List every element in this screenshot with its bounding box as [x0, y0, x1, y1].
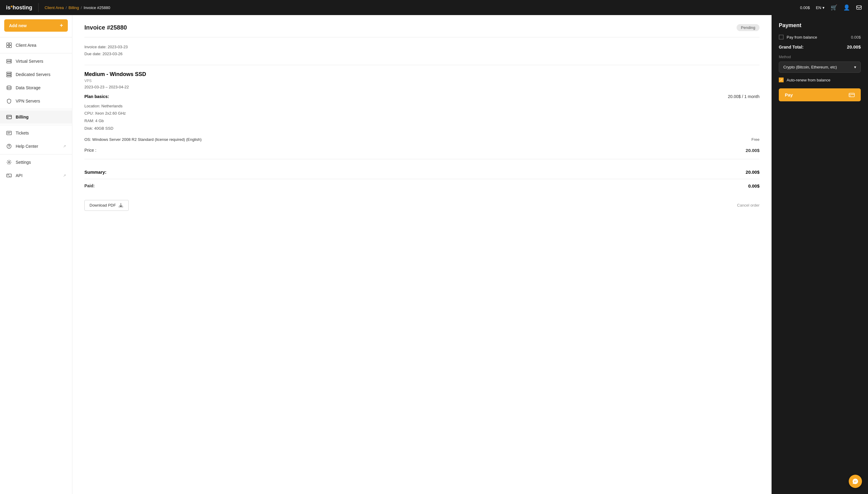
sidebar-item-label: VPN Servers	[16, 99, 40, 103]
user-icon[interactable]: 👤	[843, 4, 850, 11]
breadcrumb-client-area[interactable]: Client Area	[45, 5, 64, 10]
sidebar-item-settings[interactable]: Settings	[0, 156, 72, 169]
summary-row: Summary: 20.00$	[84, 165, 760, 179]
download-pdf-button[interactable]: Download PDF	[84, 200, 129, 211]
cart-icon[interactable]: 🛒	[831, 4, 837, 11]
cancel-order-button[interactable]: Cancel order	[737, 203, 760, 208]
svg-rect-3	[7, 45, 9, 48]
header: is*hosting Client Area / Billing / Invoi…	[0, 0, 868, 15]
os-price: Free	[751, 137, 760, 142]
add-icon: +	[60, 22, 63, 28]
summary-value: 20.00$	[746, 170, 760, 175]
pay-from-balance-label: Pay from balance	[787, 35, 817, 39]
sidebar-divider-1	[0, 53, 72, 53]
svg-rect-18	[7, 131, 12, 135]
grand-total-label: Grand Total:	[779, 45, 804, 50]
product-dates: 2023-03-23 – 2023-04-22	[84, 85, 760, 89]
sidebar-item-data-storage[interactable]: Data Storage	[0, 81, 72, 94]
grand-total-row: Grand Total: 20.00$	[779, 44, 861, 50]
shield-icon	[6, 98, 12, 104]
header-divider	[38, 3, 39, 12]
help-icon	[6, 143, 12, 149]
main-content: Invoice #25880 Pending Invoice date: 202…	[72, 15, 868, 494]
summary-label: Summary:	[84, 170, 106, 175]
logo-text: is*hosting	[6, 4, 32, 11]
grand-total-value: 20.00$	[847, 44, 861, 50]
actions-row: Download PDF Cancel order	[84, 200, 760, 211]
svg-point-8	[10, 62, 11, 63]
language-selector[interactable]: EN ▾	[816, 5, 825, 10]
logo[interactable]: is*hosting	[6, 4, 32, 11]
svg-point-14	[10, 76, 11, 77]
sidebar-item-virtual-servers[interactable]: Virtual Servers	[0, 55, 72, 68]
sidebar-item-help-center[interactable]: Help Center ↗	[0, 140, 72, 153]
chat-bubble[interactable]	[849, 475, 862, 488]
invoice-date-row: Invoice date: 2023-03-23	[84, 43, 760, 50]
add-new-label: Add new	[9, 23, 26, 28]
pay-from-balance-value: 0.00$	[851, 35, 861, 39]
price-row: Price : 20.00$	[84, 145, 760, 153]
sidebar-item-label: Help Center	[16, 144, 38, 149]
gear-icon	[6, 159, 12, 165]
svg-point-12	[10, 72, 11, 73]
sidebar-item-label: Data Storage	[16, 86, 41, 90]
notifications-icon[interactable]	[856, 4, 862, 11]
svg-rect-24	[850, 96, 851, 96]
sidebar-item-tickets[interactable]: Tickets	[0, 126, 72, 140]
svg-rect-17	[7, 117, 8, 118]
method-selected-label: Crypto (Bitcoin, Ethereum, etc)	[783, 65, 837, 69]
pay-button-label: Pay	[785, 92, 793, 97]
plan-basics-label: Plan basics:	[84, 94, 109, 99]
billing-icon	[6, 114, 12, 120]
add-new-button[interactable]: Add new +	[4, 19, 68, 32]
server-rack-icon	[6, 72, 12, 77]
section-divider-2	[84, 159, 760, 159]
paid-row: Paid: 0.00$	[84, 179, 760, 193]
external-link-icon: ↗	[63, 144, 66, 148]
sidebar-item-label: Dedicated Servers	[16, 72, 50, 77]
content-wrapper: Invoice #25880 Pending Invoice date: 202…	[72, 15, 868, 494]
sidebar-item-client-area[interactable]: Client Area	[0, 39, 72, 52]
sidebar-item-vpn-servers[interactable]: VPN Servers	[0, 94, 72, 108]
invoice-dates: Invoice date: 2023-03-23 Due date: 2023-…	[84, 43, 760, 58]
sidebar-item-label: API	[16, 173, 23, 178]
storage-icon	[6, 85, 12, 91]
svg-rect-16	[7, 115, 12, 119]
cpu-detail: CPU: Xeon 2x2.60 GHz	[84, 110, 760, 117]
invoice-number: Invoice #25880	[84, 24, 127, 31]
breadcrumb-billing[interactable]: Billing	[68, 5, 79, 10]
download-pdf-label: Download PDF	[90, 203, 116, 208]
product-type: VPS	[84, 79, 760, 83]
os-row: OS: Windows Server 2008 R2 Standard (lic…	[84, 137, 760, 142]
sidebar-item-api[interactable]: API ↗	[0, 169, 72, 182]
svg-rect-0	[856, 6, 861, 10]
server-icon	[6, 58, 12, 64]
auto-renew-label: Auto-renew from balance	[787, 78, 830, 82]
status-badge: Pending	[736, 24, 760, 31]
sidebar-item-dedicated-servers[interactable]: Dedicated Servers	[0, 68, 72, 81]
svg-point-13	[10, 74, 11, 75]
payment-panel: Payment Pay from balance 0.00$ Grand Tot…	[772, 15, 868, 494]
svg-point-20	[9, 147, 9, 148]
pay-from-balance-checkbox[interactable]	[779, 35, 784, 39]
plan-details: Location: Netherlands CPU: Xeon 2x2.60 G…	[84, 102, 760, 132]
invoice-date-value-text: 2023-03-23	[107, 45, 128, 49]
header-balance: 0.00$	[800, 5, 810, 10]
chevron-down-icon: ▾	[854, 65, 856, 69]
sidebar-divider-top	[0, 37, 72, 37]
pay-button[interactable]: Pay	[779, 88, 861, 101]
payment-method-select[interactable]: Crypto (Bitcoin, Ethereum, etc) ▾	[779, 61, 861, 73]
svg-rect-22	[7, 174, 12, 177]
auto-renew-checkbox[interactable]: ✓	[779, 77, 784, 82]
plan-basics-row: Plan basics: 20.00$ / 1 month	[84, 94, 760, 99]
sidebar-item-label: Client Area	[16, 43, 36, 48]
svg-rect-1	[7, 43, 9, 45]
sidebar-item-label: Tickets	[16, 131, 29, 135]
sidebar-item-billing[interactable]: Billing	[0, 110, 72, 124]
sidebar-divider-4	[0, 154, 72, 154]
svg-rect-2	[9, 43, 12, 45]
header-right: 0.00$ EN ▾ 🛒 👤	[800, 4, 862, 11]
auto-renew-row: ✓ Auto-renew from balance	[779, 77, 861, 82]
paid-label: Paid:	[84, 183, 95, 188]
location-detail: Location: Netherlands	[84, 102, 760, 110]
